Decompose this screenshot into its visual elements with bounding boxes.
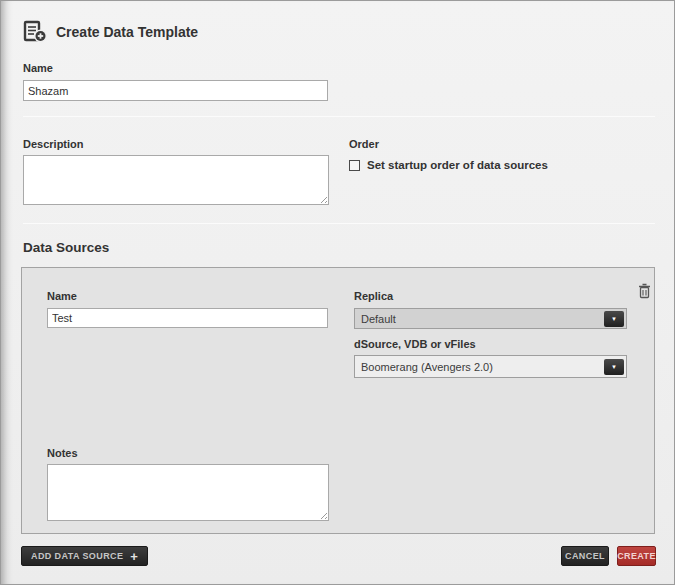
cancel-button-label: CANCEL <box>565 551 605 561</box>
divider <box>23 223 655 224</box>
replica-label: Replica <box>354 290 393 302</box>
name-label: Name <box>23 62 53 74</box>
replica-select[interactable]: Default <box>354 308 627 329</box>
create-button[interactable]: CREATE <box>617 546 656 566</box>
add-data-source-button[interactable]: ADD DATA SOURCE <box>21 546 148 566</box>
replica-select-value: Default <box>361 313 396 325</box>
divider <box>23 116 655 117</box>
plus-icon <box>130 550 138 563</box>
create-button-label: CREATE <box>617 551 656 561</box>
order-checkbox-row[interactable]: Set startup order of data sources <box>349 159 548 171</box>
order-checkbox-label: Set startup order of data sources <box>367 159 548 171</box>
chevron-down-icon[interactable] <box>604 311 624 327</box>
notes-textarea[interactable] <box>47 464 329 521</box>
page-title: Create Data Template <box>56 24 198 40</box>
delete-source-button[interactable] <box>638 283 651 299</box>
cancel-button[interactable]: CANCEL <box>561 546 609 566</box>
description-textarea[interactable] <box>23 155 329 205</box>
dialog-header: Create Data Template <box>23 20 198 43</box>
notes-textarea-wrap <box>47 464 329 521</box>
source-name-label: Name <box>47 290 77 302</box>
dsource-select[interactable]: Boomerang (Avengers 2.0) <box>354 355 627 378</box>
data-sources-heading: Data Sources <box>23 240 109 255</box>
document-add-icon <box>23 20 48 43</box>
order-label: Order <box>349 138 379 150</box>
dsource-label: dSource, VDB or vFiles <box>354 338 476 350</box>
create-data-template-dialog: Create Data Template Name Description Or… <box>0 0 675 585</box>
data-source-card: Name Replica Default dSource, VDB or vFi… <box>21 267 655 534</box>
notes-label: Notes <box>47 447 78 459</box>
name-input[interactable] <box>23 80 328 101</box>
dsource-select-value: Boomerang (Avengers 2.0) <box>361 361 493 373</box>
order-checkbox[interactable] <box>349 160 360 171</box>
description-textarea-wrap <box>23 155 329 205</box>
add-data-source-label: ADD DATA SOURCE <box>31 551 123 561</box>
chevron-down-icon[interactable] <box>604 359 624 375</box>
description-label: Description <box>23 138 84 150</box>
source-name-input[interactable] <box>47 308 328 328</box>
